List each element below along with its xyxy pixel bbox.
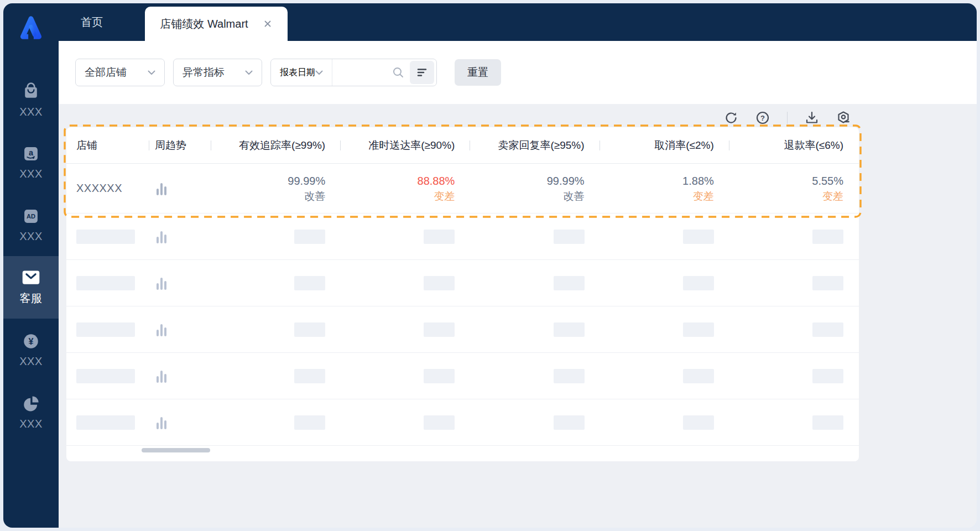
sidebar: XXX a XXX AD XXX <box>3 3 59 528</box>
svg-text:¥: ¥ <box>29 336 34 346</box>
shopping-bag-icon <box>21 81 41 101</box>
mini-bar-chart-icon <box>157 230 211 243</box>
skeleton-block <box>554 230 585 244</box>
week-trend-cell[interactable] <box>149 182 211 195</box>
yen-icon: ¥ <box>22 332 40 351</box>
tab-active-label: 店铺绩效 Walmart <box>160 17 248 32</box>
metric-tracking-rate: 99.99% 改善 <box>211 174 341 204</box>
store-name: XXXXXX <box>66 182 149 195</box>
skeleton-block <box>424 322 455 337</box>
col-header-tracking-rate[interactable]: 有效追踪率(≥99%) <box>211 138 341 153</box>
metric-ontime-rate: 88.88% 变差 <box>341 174 470 204</box>
envelope-icon <box>21 269 41 287</box>
sidebar-item-label: XXX <box>19 106 43 118</box>
filter-bar: 全部店铺 异常指标 报表日期 <box>59 41 977 104</box>
toolbar-divider <box>787 112 788 124</box>
skeleton-block <box>554 369 585 383</box>
mini-bar-chart-icon <box>157 323 211 336</box>
app-logo[interactable] <box>17 13 45 42</box>
skeleton-block <box>76 322 135 337</box>
metric-filter-dropdown[interactable]: 异常指标 <box>173 59 262 86</box>
tab-store-performance[interactable]: 店铺绩效 Walmart <box>145 7 288 41</box>
skeleton-block <box>424 415 455 430</box>
sort-filter-button[interactable] <box>410 61 434 84</box>
table-toolbar: ? <box>59 104 859 127</box>
sidebar-item-ads[interactable]: AD XXX <box>3 194 59 256</box>
refresh-icon[interactable] <box>724 111 738 125</box>
sidebar-item-label: XXX <box>19 418 43 430</box>
skeleton-block <box>424 369 455 383</box>
store-filter-label: 全部店铺 <box>85 65 127 80</box>
chevron-down-icon <box>315 70 323 75</box>
skeleton-block <box>812 415 843 430</box>
search-icon[interactable] <box>392 66 404 79</box>
skeleton-block <box>294 230 325 244</box>
sidebar-item-label: XXX <box>19 230 43 243</box>
table-row[interactable]: XXXXXX 99.99% 改善 88.88% 变差 <box>66 164 859 214</box>
col-header-cancel-rate[interactable]: 取消率(≤2%) <box>600 138 729 153</box>
svg-text:?: ? <box>760 114 765 122</box>
table-row-placeholder <box>66 353 859 399</box>
skeleton-block <box>294 369 325 383</box>
sidebar-item-store[interactable]: XXX <box>3 69 59 131</box>
col-header-refund-rate[interactable]: 退款率(≤6%) <box>729 138 859 153</box>
tab-home[interactable]: 首页 <box>75 3 108 41</box>
performance-table: 店铺 周趋势 有效追踪率(≥99%) 准时送达率(≥90%) 卖家回复率(≥95… <box>66 127 859 461</box>
reset-button[interactable]: 重置 <box>455 59 501 86</box>
sidebar-item-label: 客服 <box>20 291 43 306</box>
tab-home-label: 首页 <box>81 15 103 30</box>
search-input[interactable] <box>332 61 392 84</box>
help-icon[interactable]: ? <box>755 111 770 125</box>
mini-bar-chart-icon <box>157 182 211 195</box>
sidebar-item-reports[interactable]: XXX <box>3 381 59 444</box>
tab-bar: 首页 店铺绩效 Walmart <box>59 3 977 41</box>
download-icon[interactable] <box>805 111 819 125</box>
horizontal-scrollbar-thumb[interactable] <box>142 448 210 452</box>
table-header-row: 店铺 周趋势 有效追踪率(≥99%) 准时送达率(≥90%) 卖家回复率(≥95… <box>66 127 859 164</box>
skeleton-block <box>554 415 585 430</box>
chevron-down-icon <box>245 70 253 75</box>
skeleton-block <box>76 276 135 290</box>
skeleton-block <box>812 322 843 337</box>
content-area: ? 店铺 周趋势 <box>59 104 977 528</box>
col-header-reply-rate[interactable]: 卖家回复率(≥95%) <box>470 138 600 153</box>
sidebar-item-amazon[interactable]: a XXX <box>3 131 59 194</box>
chevron-down-icon <box>148 70 155 75</box>
sidebar-item-customer-service[interactable]: 客服 <box>3 256 59 319</box>
table-row-placeholder <box>66 260 859 306</box>
skeleton-block <box>683 276 714 290</box>
skeleton-block <box>424 230 455 244</box>
svg-text:a: a <box>29 148 34 157</box>
ad-icon: AD <box>22 207 40 226</box>
skeleton-block <box>812 230 843 244</box>
app-window: XXX a XXX AD XXX <box>3 3 977 528</box>
date-filter-dropdown[interactable]: 报表日期 <box>271 59 332 86</box>
pie-chart-icon <box>22 394 40 413</box>
skeleton-block <box>554 276 585 290</box>
skeleton-block <box>76 369 135 383</box>
skeleton-block <box>683 369 714 383</box>
mini-bar-chart-icon <box>157 277 211 290</box>
skeleton-block <box>424 276 455 290</box>
mini-bar-chart-icon <box>157 369 211 383</box>
metric-filter-label: 异常指标 <box>183 65 225 80</box>
col-header-store[interactable]: 店铺 <box>66 138 149 153</box>
close-icon[interactable] <box>263 19 273 29</box>
skeleton-block <box>294 322 325 337</box>
store-filter-dropdown[interactable]: 全部店铺 <box>75 59 165 86</box>
skeleton-block <box>294 415 325 430</box>
skeleton-block <box>683 230 714 244</box>
sidebar-item-finance[interactable]: ¥ XXX <box>3 319 59 381</box>
sidebar-item-label: XXX <box>19 355 43 368</box>
table-row-placeholder <box>66 306 859 353</box>
metric-reply-rate: 99.99% 改善 <box>470 174 600 204</box>
amazon-icon: a <box>22 144 40 163</box>
table-row-placeholder <box>66 214 859 260</box>
col-header-week-trend[interactable]: 周趋势 <box>149 138 211 153</box>
skeleton-block <box>554 322 585 337</box>
col-header-ontime-rate[interactable]: 准时送达率(≥90%) <box>341 138 470 153</box>
mini-bar-chart-icon <box>157 416 211 429</box>
settings-icon[interactable] <box>836 111 851 125</box>
skeleton-block <box>76 415 135 430</box>
skeleton-block <box>683 415 714 430</box>
